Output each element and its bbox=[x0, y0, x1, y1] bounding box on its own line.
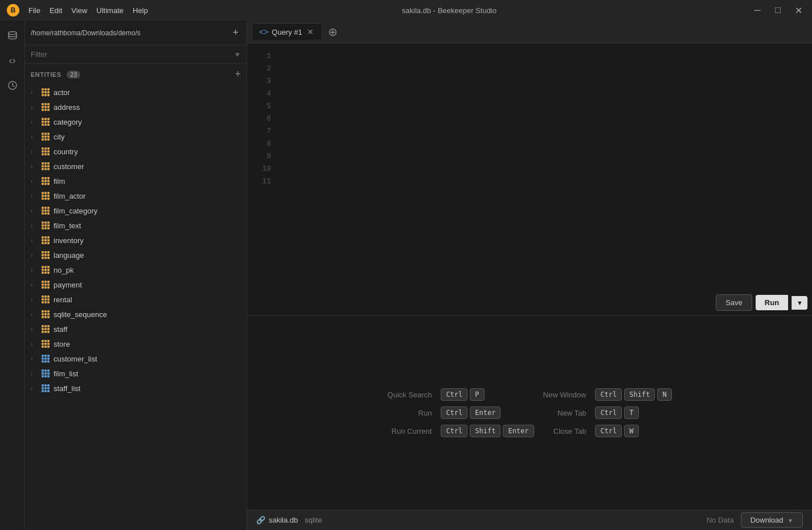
entity-item-actor[interactable]: › actor bbox=[25, 85, 247, 100]
titlebar-menu: File Edit View Ultimate Help bbox=[28, 6, 148, 15]
icon-bar: ‹› bbox=[0, 20, 25, 530]
entity-item-payment[interactable]: › payment bbox=[25, 277, 247, 292]
chevron-icon: › bbox=[31, 341, 38, 347]
app-logo: B bbox=[7, 4, 19, 17]
chevron-icon: › bbox=[31, 163, 38, 170]
table-icon bbox=[41, 295, 50, 304]
shortcut-label-new-window: New Window bbox=[543, 391, 587, 399]
entity-name: film_category bbox=[54, 207, 97, 215]
table-icon bbox=[41, 265, 50, 274]
shortcut-keys-quick-search: Ctrl P bbox=[441, 388, 534, 401]
chevron-icon: › bbox=[31, 326, 38, 332]
key-ctrl: Ctrl bbox=[595, 406, 622, 419]
entity-item-store[interactable]: › store bbox=[25, 336, 247, 351]
shortcuts-area: Quick Search Ctrl P New Window Ctrl Shif… bbox=[247, 316, 812, 510]
chevron-icon: › bbox=[31, 311, 38, 318]
entity-item-rental[interactable]: › rental bbox=[25, 292, 247, 307]
key-ctrl: Ctrl bbox=[595, 425, 622, 437]
filter-input[interactable] bbox=[31, 50, 231, 59]
table-icon bbox=[41, 206, 50, 215]
history-icon[interactable] bbox=[2, 75, 23, 96]
code-editor[interactable] bbox=[276, 43, 812, 315]
filter-icon: ▼ bbox=[234, 51, 241, 59]
entity-item-film[interactable]: › film bbox=[25, 174, 247, 188]
entity-item-customer-list[interactable]: › customer_list bbox=[25, 351, 247, 366]
nav-back-icon[interactable]: ‹› bbox=[2, 50, 23, 71]
sidebar: /home/rathboma/Downloads/demo/s + ▼ ENTI… bbox=[25, 20, 247, 530]
download-arrow-icon: ▼ bbox=[788, 517, 793, 524]
menu-help[interactable]: Help bbox=[133, 6, 148, 15]
sidebar-header: /home/rathboma/Downloads/demo/s + bbox=[25, 20, 247, 46]
entity-item-language[interactable]: › language bbox=[25, 248, 247, 262]
entity-name: sqlite_sequence bbox=[54, 310, 107, 319]
shortcut-label-close-tab: Close Tab bbox=[543, 427, 587, 435]
entity-item-address[interactable]: › address bbox=[25, 100, 247, 114]
main-content: <> Query #1 ✕ ⊕ 1 2 3 4 5 6 7 8 9 10 11 bbox=[247, 20, 812, 530]
table-icon bbox=[41, 132, 50, 141]
entity-item-country[interactable]: › country bbox=[25, 144, 247, 159]
entity-item-film-category[interactable]: › film_category bbox=[25, 203, 247, 218]
entity-item-staff-list[interactable]: › staff_list bbox=[25, 381, 247, 396]
entity-name: actor bbox=[54, 88, 70, 97]
entity-item-city[interactable]: › city bbox=[25, 129, 247, 144]
key-enter: Enter bbox=[470, 406, 501, 419]
chevron-icon: › bbox=[31, 282, 38, 288]
menu-edit[interactable]: Edit bbox=[50, 6, 62, 15]
entity-item-no-pk[interactable]: › no_pk bbox=[25, 262, 247, 277]
table-icon bbox=[41, 236, 50, 245]
chevron-icon: › bbox=[31, 134, 38, 140]
window-title: sakila.db - Beekeeper Studio bbox=[402, 6, 497, 15]
shortcut-keys-run-current: Ctrl Shift Enter bbox=[441, 425, 534, 437]
sidebar-add-button[interactable]: + bbox=[230, 27, 241, 39]
download-button[interactable]: Download ▼ bbox=[741, 512, 803, 528]
entity-item-film-text[interactable]: › film_text bbox=[25, 218, 247, 233]
entity-item-film-actor[interactable]: › film_actor bbox=[25, 188, 247, 203]
table-icon bbox=[41, 280, 50, 289]
query-tab[interactable]: <> Query #1 ✕ bbox=[252, 23, 322, 40]
entity-name: film bbox=[54, 177, 65, 186]
entity-name: film_list bbox=[54, 369, 78, 378]
entity-item-film-list[interactable]: › film_list bbox=[25, 366, 247, 381]
save-button[interactable]: Save bbox=[716, 294, 752, 311]
entity-item-sqlite-sequence[interactable]: › sqlite_sequence bbox=[25, 307, 247, 322]
shortcut-label-run-current: Run Current bbox=[387, 427, 432, 435]
entity-name: film_text bbox=[54, 221, 81, 230]
menu-view[interactable]: View bbox=[71, 6, 87, 15]
db-connection-link[interactable]: 🔗 sakila.db bbox=[256, 516, 298, 524]
run-button[interactable]: Run bbox=[756, 295, 788, 310]
chevron-icon: › bbox=[31, 104, 38, 110]
no-data-label: No Data bbox=[707, 516, 734, 524]
chevron-icon: › bbox=[31, 119, 38, 125]
entities-add-button[interactable]: + bbox=[235, 68, 241, 80]
shortcut-label-run: Run bbox=[387, 409, 432, 417]
entities-count: 23 bbox=[67, 71, 80, 79]
chevron-icon: › bbox=[31, 89, 38, 96]
close-button[interactable]: ✕ bbox=[792, 3, 805, 17]
sidebar-path: /home/rathboma/Downloads/demo/s bbox=[31, 29, 230, 37]
sidebar-filter: ▼ bbox=[25, 46, 247, 64]
entity-item-category[interactable]: › category bbox=[25, 114, 247, 129]
entity-item-staff[interactable]: › staff bbox=[25, 322, 247, 336]
entity-name: store bbox=[54, 340, 70, 348]
entities-title: ENTITIES 23 bbox=[31, 70, 80, 79]
line-numbers: 1 2 3 4 5 6 7 8 9 10 11 bbox=[247, 43, 276, 315]
minimize-button[interactable]: ─ bbox=[751, 3, 764, 17]
menu-file[interactable]: File bbox=[28, 6, 40, 15]
chevron-icon: › bbox=[31, 252, 38, 258]
database-icon-btn[interactable] bbox=[2, 25, 23, 46]
shortcut-keys-close-tab: Ctrl W bbox=[595, 425, 671, 437]
status-left: 🔗 sakila.db sqlite bbox=[256, 516, 322, 524]
new-tab-button[interactable]: ⊕ bbox=[323, 25, 342, 39]
table-icon bbox=[41, 339, 50, 348]
entity-name: customer_list bbox=[54, 355, 97, 363]
run-dropdown-button[interactable]: ▼ bbox=[792, 296, 807, 310]
entity-item-inventory[interactable]: › inventory bbox=[25, 233, 247, 248]
maximize-button[interactable]: □ bbox=[771, 3, 785, 17]
status-right: No Data Download ▼ bbox=[707, 512, 803, 528]
table-icon bbox=[41, 221, 50, 230]
tab-close-button[interactable]: ✕ bbox=[306, 28, 315, 36]
titlebar: B File Edit View Ultimate Help sakila.db… bbox=[0, 0, 812, 20]
entity-item-customer[interactable]: › customer bbox=[25, 159, 247, 174]
menu-ultimate[interactable]: Ultimate bbox=[96, 6, 124, 15]
entity-name: city bbox=[54, 133, 65, 141]
